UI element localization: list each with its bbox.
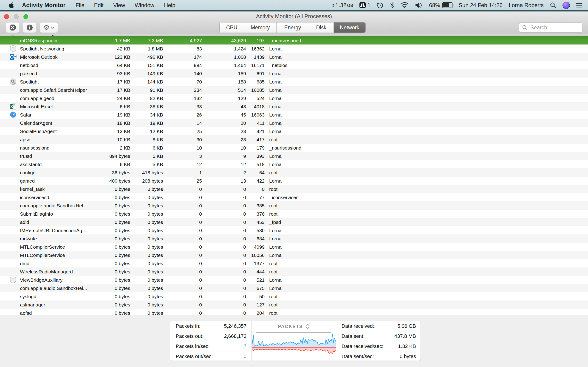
menubar-clock[interactable]: Sun 24 Feb 14:26 (459, 2, 502, 8)
sent-packets: 25 (165, 127, 202, 135)
process-row[interactable]: mDNSResponder1.7 MB7.3 MB4,92743,629197_… (0, 36, 588, 44)
pid: 77 (248, 193, 265, 201)
safari-app-icon (10, 111, 17, 118)
process-row[interactable]: com.apple.geod24 KB82 KB132129524Lorna (0, 94, 588, 102)
menu-edit[interactable]: Edit (94, 2, 104, 8)
time-machine-icon[interactable] (377, 2, 384, 9)
tab-cpu[interactable]: CPU (220, 23, 244, 33)
rcvd-bytes: 151 KB (132, 61, 163, 69)
process-row[interactable]: com.apple.audio.SandboxHel...0 bytes0 by… (0, 201, 588, 210)
fast-user-switch-menu[interactable]: Lorna Roberts (509, 2, 544, 8)
process-row[interactable]: apfsd0 bytes0 bytes00204root (0, 309, 588, 315)
sent-bytes: 13 KB (73, 127, 130, 135)
rcvd-bytes: 5 KB (132, 160, 163, 168)
process-row[interactable]: Safari19 KB34 KB264516063Lorna (0, 110, 588, 119)
sent-packets: 0 (165, 234, 202, 243)
inspect-process-button[interactable] (23, 22, 36, 33)
pid: 376 (248, 210, 265, 218)
packets-area-chart (252, 333, 336, 361)
process-row[interactable]: SubmitDiagInfo0 bytes0 bytes00376root (0, 210, 588, 218)
menu-view[interactable]: View (113, 2, 125, 8)
process-row[interactable]: Microsoft Outlook123 KB496 KB1741,068143… (0, 53, 588, 61)
pid: 204 (248, 309, 265, 315)
chart-mode-stepper[interactable] (305, 323, 310, 329)
process-row[interactable]: CalendarAgent18 KB19 KB1420411Lorna (0, 119, 588, 127)
process-row[interactable]: Microsoft Excel6 KB38 KB33434018Lorna (0, 102, 588, 110)
volume-icon[interactable] (415, 2, 423, 9)
process-row[interactable]: iconservicesd0 bytes0 bytes0077_iconserv… (0, 193, 588, 201)
process-row[interactable]: dmd0 bytes0 bytes001377root (0, 259, 588, 267)
process-row[interactable]: apsd10 KB8 KB3023417root (0, 135, 588, 144)
process-row[interactable]: SocialPushAgent13 KB12 KB2523421Lorna (0, 127, 588, 135)
spotlight-search-icon[interactable] (550, 2, 556, 8)
pid: 684 (248, 234, 265, 243)
process-row[interactable]: MTLCompilerService0 bytes0 bytes0016056L… (0, 251, 588, 259)
battery-status[interactable]: 68% (429, 2, 452, 8)
pid: 685 (248, 77, 265, 86)
pid: 16362 (248, 44, 265, 53)
siri-icon[interactable] (562, 2, 570, 9)
pid: 385 (248, 201, 265, 210)
process-row[interactable]: Spotlight17 KB144 KB70158685Lorna (0, 77, 588, 86)
process-row[interactable]: aslmanager0 bytes0 bytes00127root (0, 300, 588, 309)
rcvd-bytes: 0 bytes (132, 267, 163, 276)
process-row[interactable]: parsecd93 KB149 KB140189691Lorna (0, 69, 588, 77)
menu-window[interactable]: Window (135, 2, 154, 8)
process-row[interactable]: configd36 bytes418 bytes1264root (0, 168, 588, 177)
stat-value: 437.8 MB (394, 333, 416, 339)
notification-center-icon[interactable] (576, 2, 582, 8)
user: Lorna (269, 152, 282, 160)
process-name: Microsoft Outlook (20, 53, 57, 61)
process-row[interactable]: MTLCompilerService0 bytes0 bytes004099Lo… (0, 243, 588, 251)
sent-packets: 3 (165, 152, 202, 160)
rcvd-bytes: 12 KB (132, 127, 163, 135)
menu-app-name[interactable]: Activity Monitor (22, 2, 65, 8)
process-row[interactable]: ViewBridgeAuxiliary0 bytes0 bytes00521Lo… (0, 276, 588, 284)
sent-packets: 234 (165, 86, 202, 94)
rcvd-bytes: 0 bytes (132, 185, 163, 193)
process-row[interactable]: WirelessRadioManagerd0 bytes0 bytes00444… (0, 267, 588, 276)
user: Lorna (269, 44, 282, 53)
rcvd-packets: 0 (204, 251, 246, 259)
search-input[interactable]: Search (519, 23, 582, 33)
settings-dropdown-button[interactable]: ⚙ (40, 22, 58, 33)
wifi-icon[interactable] (401, 2, 409, 9)
pid: 421 (248, 127, 265, 135)
rcvd-bytes: 208 bytes (132, 177, 163, 185)
tab-disk[interactable]: Disk (309, 23, 334, 33)
menu-help[interactable]: Help (164, 2, 175, 8)
process-row[interactable]: mdwrite0 bytes0 bytes00684Lorna (0, 234, 588, 243)
process-row[interactable]: com.apple.Safari.SearchHelper17 KB91 KB2… (0, 86, 588, 94)
rcvd-bytes: 1.8 MB (132, 44, 163, 53)
process-row[interactable]: kernel_task0 bytes0 bytes000root (0, 185, 588, 193)
menu-file[interactable]: File (76, 2, 85, 8)
user: _netbios (269, 61, 287, 69)
adobe-status-item[interactable]: 1 (359, 2, 371, 8)
process-row[interactable]: netbiosd64 KB151 KB9841,46416171_netbios (0, 61, 588, 69)
bluetooth-icon[interactable] (390, 2, 394, 9)
process-app-icon (10, 276, 17, 283)
process-row[interactable]: trustd894 bytes5 KB39393Lorna (0, 152, 588, 160)
tab-network[interactable]: Network (334, 23, 365, 33)
sent-bytes: 0 bytes (73, 284, 130, 292)
process-row[interactable]: syslogd0 bytes0 bytes0050root (0, 292, 588, 300)
process-row[interactable]: nsurlsessiond2 KB6 KB1010179_nsurlsessio… (0, 144, 588, 152)
stat-row: Data received:5.06 GB (336, 321, 421, 331)
process-row[interactable]: adid0 bytes0 bytes00453_fpsd (0, 218, 588, 226)
sent-packets: 140 (165, 69, 202, 77)
rcvd-bytes: 0 bytes (132, 201, 163, 210)
process-row[interactable]: IMRemoteURLConnectionAg...0 bytes0 bytes… (0, 226, 588, 234)
pid: 1377 (248, 259, 265, 267)
apple-menu-icon[interactable] (9, 2, 15, 9)
process-row[interactable]: assistantd6 KB5 KB1212518Lorna (0, 160, 588, 168)
user: Lorna (269, 102, 282, 110)
tab-energy[interactable]: Energy (277, 23, 309, 33)
tab-memory[interactable]: Memory (244, 23, 277, 33)
process-row[interactable]: Spotlight Networking42 KB1.8 MB831,42416… (0, 44, 588, 53)
memory-usage-status[interactable]: ↕ 1.32 GB (332, 2, 353, 9)
rcvd-packets: 13 (204, 177, 246, 185)
process-row[interactable]: gamed400 bytes208 bytes2513422Lorna (0, 177, 588, 185)
process-row[interactable]: com.apple.audio.SandboxHel...0 bytes0 by… (0, 284, 588, 292)
quit-process-button[interactable] (6, 22, 19, 33)
sent-bytes: 0 bytes (73, 300, 130, 309)
